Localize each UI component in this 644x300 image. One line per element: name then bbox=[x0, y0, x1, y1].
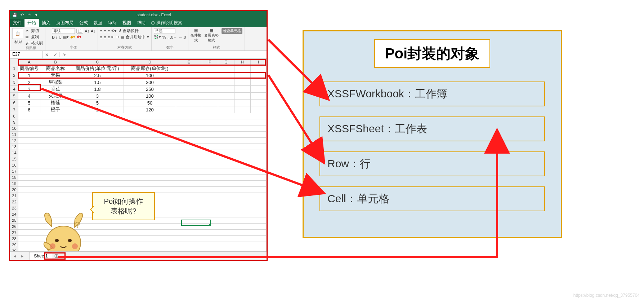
cell[interactable] bbox=[176, 100, 202, 106]
row-header[interactable]: 25 bbox=[10, 217, 18, 224]
border-button[interactable]: ▦▾ bbox=[63, 35, 69, 39]
row-header[interactable]: 27 bbox=[10, 230, 18, 236]
cell[interactable] bbox=[18, 175, 266, 181]
cell[interactable] bbox=[18, 119, 266, 125]
format-painter-button[interactable]: 🖌格式刷 bbox=[24, 40, 43, 46]
row-header[interactable]: 14 bbox=[10, 150, 18, 156]
decrease-font-icon[interactable]: A↓ bbox=[91, 29, 95, 33]
comma-icon[interactable]: , bbox=[167, 35, 169, 39]
increase-font-icon[interactable]: A↑ bbox=[85, 29, 89, 33]
align-left-icon[interactable]: ≡ bbox=[100, 35, 102, 39]
undo-icon[interactable]: ↶ bbox=[19, 12, 24, 17]
decrease-decimal-icon[interactable]: ←.0 bbox=[179, 35, 186, 39]
align-top-icon[interactable]: ≡ bbox=[100, 29, 102, 33]
wrap-text-button[interactable]: ↲自动换行 bbox=[118, 28, 139, 34]
cell[interactable] bbox=[18, 144, 266, 150]
cut-button[interactable]: ✂剪切 bbox=[24, 28, 39, 34]
cell[interactable]: 商品价格(单位:元/斤) bbox=[71, 65, 124, 72]
cell[interactable] bbox=[176, 65, 202, 72]
cell[interactable]: 250 bbox=[124, 86, 176, 93]
indent-left-icon[interactable]: ⇤ bbox=[111, 35, 115, 39]
cell[interactable] bbox=[250, 93, 266, 100]
col-header[interactable]: F bbox=[202, 59, 218, 65]
currency-icon[interactable]: 💱▾ bbox=[154, 35, 161, 39]
cell[interactable] bbox=[202, 100, 218, 106]
tab-view[interactable]: 视图 bbox=[120, 19, 134, 27]
row-header[interactable]: 21 bbox=[10, 193, 18, 199]
cell[interactable] bbox=[218, 79, 234, 86]
cell[interactable] bbox=[234, 72, 250, 79]
cell[interactable]: 3 bbox=[71, 93, 124, 100]
cell[interactable] bbox=[176, 79, 202, 86]
row-header[interactable]: 9 bbox=[10, 119, 18, 125]
cell[interactable] bbox=[176, 93, 202, 100]
cell[interactable]: 2.5 bbox=[71, 72, 124, 79]
cell[interactable] bbox=[218, 65, 234, 72]
cell[interactable] bbox=[176, 86, 202, 93]
cell[interactable] bbox=[176, 72, 202, 79]
cell[interactable] bbox=[234, 65, 250, 72]
formula-input[interactable] bbox=[68, 54, 267, 56]
cell[interactable] bbox=[218, 72, 234, 79]
cell[interactable]: 香蕉 bbox=[40, 86, 71, 93]
row-header[interactable]: 19 bbox=[10, 181, 18, 187]
cell[interactable]: 商品名称 bbox=[40, 65, 71, 72]
cell[interactable] bbox=[234, 93, 250, 100]
redo-icon[interactable]: ↷ bbox=[27, 12, 32, 17]
cell[interactable] bbox=[18, 162, 266, 168]
sheet-grid[interactable]: A B C D E F G H I 1 商品编号 商品名称 商品价格(单位:元/… bbox=[10, 59, 267, 251]
cell[interactable] bbox=[202, 79, 218, 86]
row-header[interactable]: 8 bbox=[10, 113, 18, 119]
cell[interactable] bbox=[202, 72, 218, 79]
cell[interactable] bbox=[218, 93, 234, 100]
row-header[interactable]: 10 bbox=[10, 125, 18, 132]
row-header[interactable]: 24 bbox=[10, 211, 18, 217]
fx-icon[interactable]: fx bbox=[60, 52, 68, 57]
cell[interactable] bbox=[234, 106, 250, 113]
sheet-nav-arrows[interactable]: ◂ ▸ bbox=[10, 253, 29, 259]
indent-right-icon[interactable]: ⇥ bbox=[116, 35, 119, 39]
cell[interactable] bbox=[202, 65, 218, 72]
cell[interactable]: 1.8 bbox=[71, 86, 124, 93]
row-header[interactable]: 3 bbox=[10, 79, 18, 86]
col-header[interactable]: B bbox=[40, 59, 71, 65]
cell[interactable]: 1.5 bbox=[71, 79, 124, 86]
align-center-icon[interactable]: ≡ bbox=[104, 35, 106, 39]
cell[interactable] bbox=[250, 86, 266, 93]
col-header[interactable]: E bbox=[176, 59, 202, 65]
cell[interactable]: 5 bbox=[71, 100, 124, 106]
cell[interactable] bbox=[234, 86, 250, 93]
cell[interactable] bbox=[176, 106, 202, 113]
cell-styles-button[interactable]: 检查单元格 bbox=[222, 28, 242, 34]
row-header[interactable]: 1 bbox=[10, 65, 18, 72]
cell[interactable]: 商品库存(单位:吨) bbox=[124, 65, 176, 72]
col-header[interactable]: I bbox=[250, 59, 266, 65]
tab-review[interactable]: 审阅 bbox=[105, 19, 120, 27]
row-header[interactable]: 5 bbox=[10, 93, 18, 100]
row-header[interactable]: 12 bbox=[10, 138, 18, 144]
cell[interactable] bbox=[18, 168, 266, 175]
cell[interactable] bbox=[250, 100, 266, 106]
merge-center-button[interactable]: ▦合并后居中▾ bbox=[121, 34, 149, 40]
row-header[interactable]: 23 bbox=[10, 205, 18, 211]
cell[interactable]: 橙子 bbox=[40, 106, 71, 113]
col-header[interactable]: G bbox=[218, 59, 234, 65]
cell[interactable]: 1 bbox=[18, 72, 40, 79]
name-box[interactable]: E27 bbox=[10, 51, 43, 58]
paste-icon[interactable]: 📋 bbox=[12, 28, 23, 39]
font-size-select[interactable]: 11 bbox=[76, 29, 83, 34]
cell[interactable] bbox=[202, 93, 218, 100]
cell[interactable] bbox=[18, 138, 266, 144]
cell[interactable] bbox=[18, 156, 266, 162]
row-header[interactable]: 28 bbox=[10, 236, 18, 242]
col-header[interactable]: H bbox=[234, 59, 250, 65]
bold-button[interactable]: B bbox=[52, 35, 55, 39]
conditional-format-button[interactable]: ▤条件格式 bbox=[191, 28, 201, 43]
cell[interactable] bbox=[218, 86, 234, 93]
cell[interactable]: 榴莲 bbox=[40, 100, 71, 106]
font-name-select[interactable]: 等线 bbox=[52, 28, 75, 34]
row-header[interactable]: 13 bbox=[10, 144, 18, 150]
cell[interactable] bbox=[250, 79, 266, 86]
cell[interactable] bbox=[218, 106, 234, 113]
cell[interactable] bbox=[18, 125, 266, 132]
